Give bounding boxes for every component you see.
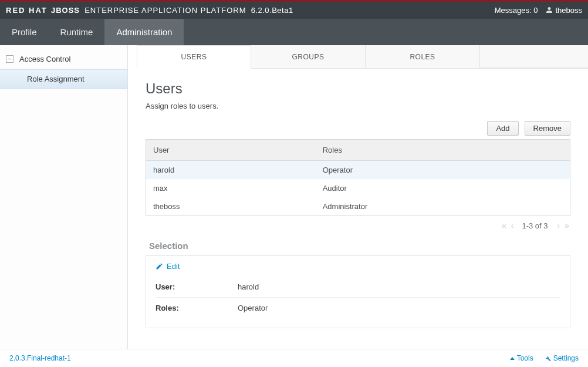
pager-label: 1-3 of 3 bbox=[522, 221, 548, 230]
sidebar: − Access Control Role Assignment bbox=[0, 45, 128, 349]
content-tab-users[interactable]: USERS bbox=[137, 45, 251, 69]
cell-roles: Administrator bbox=[316, 197, 570, 216]
user-menu[interactable]: theboss bbox=[546, 6, 582, 15]
pager-last-icon[interactable]: » bbox=[565, 221, 568, 230]
selection-row-user: User: harold bbox=[156, 277, 560, 298]
brand-redhat: RED HAT bbox=[6, 6, 48, 15]
header-bar: RED HAT JBOSS ENTERPRISE APPLICATION PLA… bbox=[0, 1, 588, 19]
brand-version: 6.2.0.Beta1 bbox=[251, 6, 293, 15]
username: theboss bbox=[555, 6, 582, 15]
selection-key: User: bbox=[156, 282, 238, 291]
toolbar: Add Remove bbox=[146, 121, 570, 136]
cell-roles: Auditor bbox=[316, 179, 570, 197]
edit-link[interactable]: Edit bbox=[156, 262, 180, 271]
selection-value: harold bbox=[238, 282, 259, 291]
wrench-icon bbox=[544, 355, 551, 362]
pager: « ‹ 1-3 of 3 › » bbox=[146, 216, 570, 233]
content-tab-groups[interactable]: GROUPS bbox=[251, 45, 366, 68]
tab-administration[interactable]: Administration bbox=[104, 19, 184, 45]
selection-value: Operator bbox=[238, 304, 268, 312]
brand-eap: ENTERPRISE APPLICATION PLATFORM bbox=[85, 6, 246, 15]
cell-user: max bbox=[146, 179, 316, 197]
pager-first-icon[interactable]: « bbox=[502, 221, 505, 230]
pager-next-icon[interactable]: › bbox=[557, 221, 559, 230]
table-row[interactable]: harold Operator bbox=[146, 161, 570, 180]
sidebar-item-label: Role Assignment bbox=[27, 75, 85, 83]
header-right: Messages: 0 theboss bbox=[495, 6, 582, 15]
remove-button[interactable]: Remove bbox=[525, 121, 570, 136]
cell-user: harold bbox=[146, 161, 316, 180]
users-table: User Roles harold Operator max Auditor t… bbox=[146, 139, 570, 216]
brand: RED HAT JBOSS ENTERPRISE APPLICATION PLA… bbox=[6, 6, 293, 15]
sidebar-item-label: Access Control bbox=[19, 55, 70, 63]
messages-link[interactable]: Messages: 0 bbox=[495, 6, 538, 15]
page-title: Users bbox=[146, 80, 570, 97]
user-icon bbox=[546, 6, 553, 14]
pencil-icon bbox=[156, 262, 163, 270]
selection-key: Roles: bbox=[156, 304, 238, 312]
footer-version[interactable]: 2.0.3.Final-redhat-1 bbox=[9, 354, 71, 362]
page-description: Assign roles to users. bbox=[146, 102, 570, 110]
sidebar-item-role-assignment[interactable]: Role Assignment bbox=[0, 69, 127, 89]
footer: 2.0.3.Final-redhat-1 Tools Settings bbox=[0, 349, 588, 367]
col-header-roles[interactable]: Roles bbox=[316, 140, 570, 161]
content-tabs: USERS GROUPS ROLES bbox=[137, 45, 588, 69]
collapse-icon[interactable]: − bbox=[6, 55, 13, 63]
tab-runtime[interactable]: Runtime bbox=[49, 19, 105, 45]
content-area: USERS GROUPS ROLES Users Assign roles to… bbox=[128, 45, 588, 349]
table-row[interactable]: max Auditor bbox=[146, 179, 570, 197]
pager-prev-icon[interactable]: ‹ bbox=[511, 221, 513, 230]
tab-profile[interactable]: Profile bbox=[0, 19, 49, 45]
selection-row-roles: Roles: Operator bbox=[156, 298, 560, 318]
selection-heading: Selection bbox=[149, 241, 570, 251]
table-row[interactable]: theboss Administrator bbox=[146, 197, 570, 216]
col-header-user[interactable]: User bbox=[146, 140, 316, 161]
cell-user: theboss bbox=[146, 197, 316, 216]
primary-tabs: Profile Runtime Administration bbox=[0, 19, 588, 45]
footer-tools[interactable]: Tools bbox=[510, 354, 533, 362]
caret-up-icon bbox=[510, 357, 515, 360]
cell-roles: Operator bbox=[316, 161, 570, 180]
sidebar-item-access-control[interactable]: − Access Control bbox=[0, 51, 127, 67]
footer-settings[interactable]: Settings bbox=[544, 354, 579, 362]
content-tab-roles[interactable]: ROLES bbox=[366, 45, 480, 68]
selection-panel: Edit User: harold Roles: Operator bbox=[146, 255, 570, 328]
brand-jboss: JBOSS bbox=[51, 6, 80, 15]
add-button[interactable]: Add bbox=[487, 121, 518, 136]
edit-label: Edit bbox=[167, 262, 180, 271]
